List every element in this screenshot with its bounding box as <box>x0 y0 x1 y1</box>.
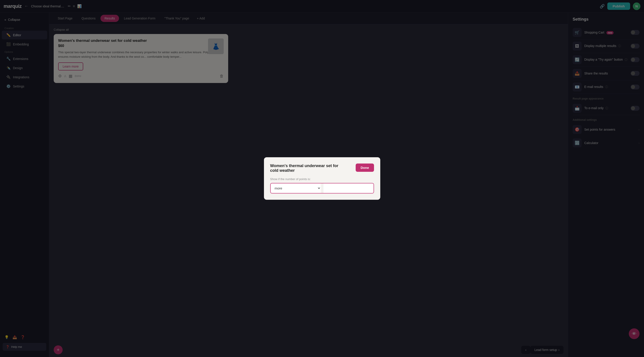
modal-inputs-row: more less equal between <box>270 183 374 194</box>
modal-field-label: Show if the number of points is: <box>270 178 374 181</box>
modal-overlay[interactable]: Women's thermal underwear set for cold w… <box>0 0 644 357</box>
modal-header: Women's thermal underwear set for cold w… <box>270 164 374 173</box>
points-condition-select[interactable]: more less equal between <box>271 184 321 193</box>
modal-done-button[interactable]: Done <box>356 164 374 172</box>
points-number-input[interactable] <box>323 184 374 193</box>
modal-title: Women's thermal underwear set for cold w… <box>270 164 346 173</box>
points-modal: Women's thermal underwear set for cold w… <box>264 157 380 200</box>
